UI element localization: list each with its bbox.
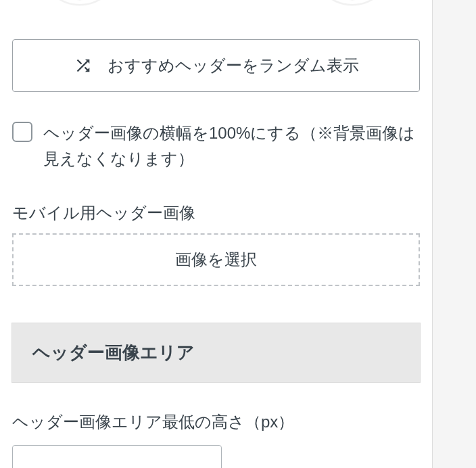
min-height-input[interactable]	[12, 445, 222, 468]
svg-point-0	[41, 0, 118, 5]
crest-decoration-right	[308, 0, 396, 10]
mobile-header-label: モバイル用ヘッダー画像	[12, 202, 420, 224]
full-width-checkbox[interactable]	[12, 122, 32, 142]
header-area-section: ヘッダー画像エリア	[11, 323, 421, 383]
svg-point-1	[314, 0, 391, 5]
random-header-button[interactable]: おすすめヘッダーをランダム表示	[12, 39, 420, 92]
min-height-label: ヘッダー画像エリア最低の高さ（px）	[12, 411, 420, 433]
shuffle-icon	[74, 56, 93, 75]
header-area-section-title: ヘッダー画像エリア	[32, 341, 400, 365]
full-width-checkbox-row: ヘッダー画像の横幅を100%にする（※背景画像は見えなくなります）	[12, 120, 420, 172]
select-image-label: 画像を選択	[175, 249, 257, 271]
select-image-button[interactable]: 画像を選択	[12, 233, 420, 286]
header-preview-area	[12, 0, 420, 16]
customizer-panel: おすすめヘッダーをランダム表示 ヘッダー画像の横幅を100%にする（※背景画像は…	[0, 0, 433, 468]
random-header-label: おすすめヘッダーをランダム表示	[108, 55, 359, 76]
full-width-checkbox-label: ヘッダー画像の横幅を100%にする（※背景画像は見えなくなります）	[43, 120, 420, 172]
crest-decoration-left	[36, 0, 124, 10]
